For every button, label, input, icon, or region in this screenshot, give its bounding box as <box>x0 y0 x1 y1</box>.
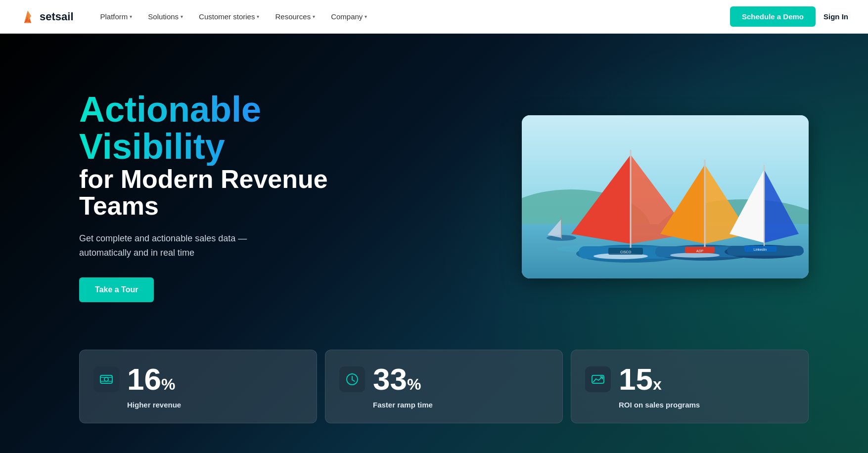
logo-text: setsail <box>40 10 74 23</box>
sign-in-button[interactable]: Sign In <box>823 12 848 21</box>
nav-solutions[interactable]: Solutions ▾ <box>141 8 190 25</box>
take-a-tour-button[interactable]: Take a Tour <box>79 277 154 302</box>
navbar: setsail Platform ▾ Solutions ▾ Customer … <box>0 0 868 34</box>
nav-company[interactable]: Company ▾ <box>324 8 374 25</box>
hero-illustration: CISCO ADP LinkedIn <box>522 115 809 278</box>
company-chevron-icon: ▾ <box>365 14 367 19</box>
stat-unit-2: x <box>653 375 662 393</box>
hero-content: Actionable Visibility for Modern Revenue… <box>0 34 868 350</box>
nav-menu: Platform ▾ Solutions ▾ Customer stories … <box>93 8 730 25</box>
stat-top-1: 33% <box>339 364 548 395</box>
schedule-demo-button[interactable]: Schedule a Demo <box>730 6 816 27</box>
svg-text:CISCO: CISCO <box>620 250 632 254</box>
headline-line1: Actionable <box>79 91 366 129</box>
navbar-actions: Schedule a Demo Sign In <box>730 6 848 27</box>
headline-line2: Visibility <box>79 128 366 166</box>
stat-icon-0 <box>93 366 119 392</box>
customer-stories-chevron-icon: ▾ <box>257 14 259 19</box>
platform-chevron-icon: ▾ <box>130 14 132 19</box>
hero-headline: Actionable Visibility for Modern Revenue… <box>79 91 366 220</box>
svg-text:ADP: ADP <box>696 249 704 253</box>
stat-icon-2 <box>585 366 611 392</box>
stat-unit-0: % <box>161 375 175 393</box>
stat-card-0: 16% Higher revenue <box>79 350 317 423</box>
stat-top-0: 16% <box>93 364 303 395</box>
svg-point-25 <box>670 253 720 258</box>
hero-subtext: Get complete and actionable sales data —… <box>79 231 287 260</box>
stat-card-2: 15x ROI on sales programs <box>571 350 809 423</box>
sailboat-scene: CISCO ADP LinkedIn <box>522 115 809 278</box>
stat-card-1: 33% Faster ramp time <box>325 350 563 423</box>
svg-point-36 <box>104 377 108 381</box>
stat-number-2: 15x <box>619 364 662 395</box>
stat-number-0: 16% <box>127 364 175 395</box>
svg-line-41 <box>352 380 355 381</box>
svg-text:LinkedIn: LinkedIn <box>754 248 767 251</box>
stat-icon-1 <box>339 366 365 392</box>
stats-row: 16% Higher revenue 33% Faster ramp time <box>0 350 868 453</box>
resources-chevron-icon: ▾ <box>313 14 315 19</box>
nav-customer-stories[interactable]: Customer stories ▾ <box>192 8 266 25</box>
solutions-chevron-icon: ▾ <box>181 14 183 19</box>
headline-line3: for Modern Revenue Teams <box>79 166 366 220</box>
nav-resources[interactable]: Resources ▾ <box>268 8 322 25</box>
svg-rect-35 <box>100 375 112 383</box>
stat-label-0: Higher revenue <box>93 401 303 409</box>
nav-platform[interactable]: Platform ▾ <box>93 8 139 25</box>
stat-top-2: 15x <box>585 364 794 395</box>
stat-unit-1: % <box>407 375 421 393</box>
logo-icon <box>20 9 36 25</box>
hero-text: Actionable Visibility for Modern Revenue… <box>79 91 366 303</box>
stat-label-2: ROI on sales programs <box>585 401 794 409</box>
stat-number-1: 33% <box>373 364 421 395</box>
stat-label-1: Faster ramp time <box>339 401 548 409</box>
logo[interactable]: setsail <box>20 9 74 25</box>
hero-section: Actionable Visibility for Modern Revenue… <box>0 34 868 453</box>
